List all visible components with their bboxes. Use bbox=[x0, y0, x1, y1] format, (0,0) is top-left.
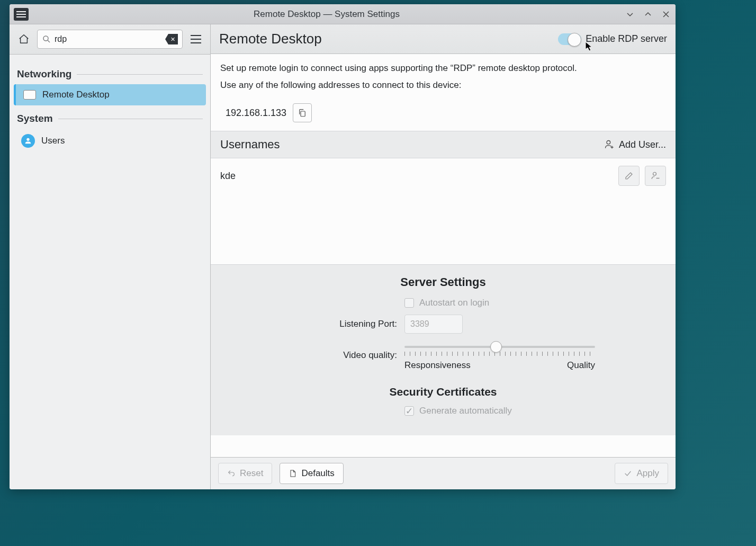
intro-text-2: Use any of the following addresses to co… bbox=[220, 78, 666, 92]
page-title: Remote Desktop bbox=[219, 31, 322, 47]
username: kde bbox=[220, 171, 236, 182]
usernames-heading: Usernames bbox=[220, 138, 280, 151]
users-icon bbox=[21, 134, 35, 148]
add-user-icon bbox=[604, 139, 615, 150]
minimize-button[interactable] bbox=[625, 9, 635, 20]
sidebar-item-label: Users bbox=[41, 136, 65, 146]
svg-point-4 bbox=[653, 172, 656, 175]
port-value: 3389 bbox=[410, 319, 429, 329]
sidebar-item-users[interactable]: Users bbox=[14, 129, 206, 153]
svg-point-3 bbox=[607, 141, 610, 145]
slider-max-label: Quality bbox=[567, 360, 595, 371]
sidebar-item-label: Remote Desktop bbox=[42, 89, 110, 100]
defaults-button[interactable]: Defaults bbox=[280, 463, 343, 484]
reset-label: Reset bbox=[240, 468, 263, 479]
toggle-label: Enable RDP server bbox=[586, 33, 667, 44]
close-button[interactable] bbox=[661, 9, 671, 20]
app-icon bbox=[14, 8, 29, 21]
search-icon bbox=[42, 34, 51, 44]
maximize-button[interactable] bbox=[643, 9, 653, 20]
video-quality-slider[interactable] bbox=[404, 340, 595, 354]
undo-icon bbox=[227, 469, 236, 478]
reset-button[interactable]: Reset bbox=[218, 463, 272, 484]
section-header-networking: Networking bbox=[14, 65, 206, 83]
listening-port-label: Listening Port: bbox=[291, 319, 397, 329]
main-panel: Remote Desktop Enable RDP server Set up … bbox=[211, 24, 676, 489]
check-icon bbox=[624, 469, 632, 478]
section-header-system: System bbox=[14, 110, 206, 128]
generate-auto-checkbox[interactable]: ✓ bbox=[404, 406, 414, 416]
footer-bar: Reset Defaults Apply bbox=[211, 457, 676, 489]
remote-desktop-icon bbox=[23, 90, 36, 100]
security-certificates-heading: Security Certificates bbox=[221, 386, 665, 398]
section-label: Networking bbox=[17, 68, 71, 80]
titlebar: Remote Desktop — System Settings bbox=[10, 4, 676, 24]
add-user-button[interactable]: Add User... bbox=[604, 139, 666, 150]
add-user-label: Add User... bbox=[619, 139, 666, 150]
edit-user-button[interactable] bbox=[618, 166, 640, 186]
window-title: Remote Desktop — System Settings bbox=[29, 9, 625, 20]
ip-address: 192.168.1.133 bbox=[226, 108, 286, 119]
svg-point-0 bbox=[43, 36, 48, 41]
document-icon bbox=[289, 469, 297, 478]
search-input-wrapper[interactable]: ✕ bbox=[37, 30, 183, 49]
svg-point-1 bbox=[26, 138, 29, 141]
copy-address-button[interactable] bbox=[293, 103, 312, 122]
video-quality-label: Video quality: bbox=[291, 350, 397, 361]
slider-min-label: Responsiveness bbox=[404, 360, 471, 371]
user-row: kde bbox=[211, 158, 676, 193]
remove-user-button[interactable] bbox=[645, 166, 666, 186]
generate-auto-label: Generate automatically bbox=[419, 406, 512, 416]
slider-thumb[interactable] bbox=[490, 341, 502, 353]
sidebar-item-remote-desktop[interactable]: Remote Desktop bbox=[14, 84, 206, 105]
server-settings-heading: Server Settings bbox=[221, 275, 665, 289]
hamburger-menu-button[interactable] bbox=[187, 30, 205, 48]
section-label: System bbox=[17, 113, 53, 124]
apply-label: Apply bbox=[636, 468, 659, 479]
clear-search-button[interactable]: ✕ bbox=[165, 34, 178, 44]
home-button[interactable] bbox=[15, 30, 33, 48]
svg-rect-2 bbox=[301, 111, 305, 117]
defaults-label: Defaults bbox=[301, 468, 334, 479]
system-settings-window: Remote Desktop — System Settings bbox=[10, 4, 676, 489]
autostart-checkbox[interactable] bbox=[404, 298, 414, 308]
apply-button[interactable]: Apply bbox=[615, 463, 668, 484]
intro-text-1: Set up remote login to connect using app… bbox=[220, 61, 666, 75]
search-input[interactable] bbox=[55, 34, 162, 44]
listening-port-input[interactable]: 3389 bbox=[404, 315, 463, 334]
user-list: kde bbox=[211, 158, 676, 264]
sidebar: ✕ Networking Remote Desktop System bbox=[10, 24, 211, 489]
autostart-label: Autostart on login bbox=[419, 298, 489, 308]
enable-rdp-toggle[interactable] bbox=[558, 33, 581, 45]
